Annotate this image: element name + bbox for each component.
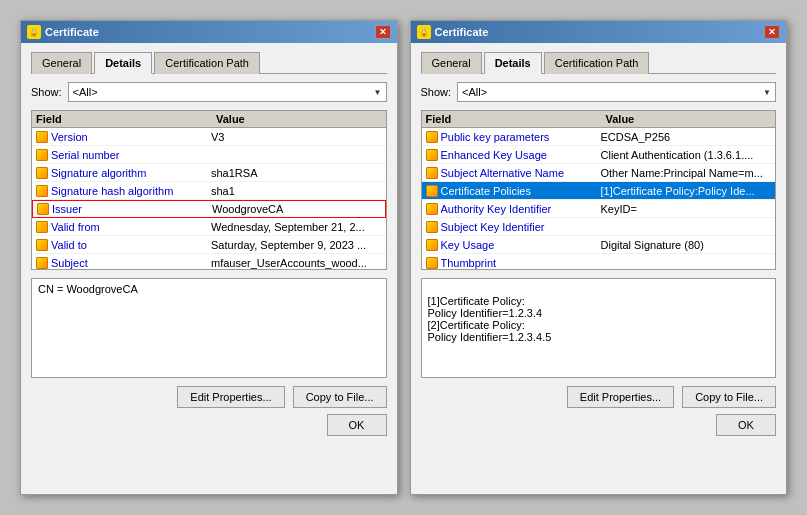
row-field: Issuer xyxy=(52,203,212,215)
row-field: Enhanced Key Usage xyxy=(441,149,601,161)
table-row[interactable]: Signature algorithm sha1RSA xyxy=(32,164,386,182)
show-value-1: <All> xyxy=(73,86,98,98)
cert-row-icon xyxy=(36,149,48,161)
tab-certpath-1[interactable]: Certification Path xyxy=(154,52,260,74)
row-value: WoodgroveCA xyxy=(212,203,381,215)
title-bar-left-1: 🔒 Certificate xyxy=(27,25,99,39)
ok-row-2: OK xyxy=(421,414,777,436)
row-value: sha1RSA xyxy=(211,167,382,179)
dropdown-arrow-2: ▼ xyxy=(763,88,771,97)
table-row[interactable]: Key Usage Digital Signature (80) xyxy=(422,236,776,254)
row-value: mfauser_UserAccounts_wood... xyxy=(211,257,382,269)
tabs-1: General Details Certification Path xyxy=(31,51,387,74)
row-value: V3 xyxy=(211,131,382,143)
row-field: Public key parameters xyxy=(441,131,601,143)
button-row-1: Edit Properties... Copy to File... xyxy=(31,386,387,408)
cert-row-icon xyxy=(426,167,438,179)
cert-row-icon xyxy=(426,221,438,233)
button-row-2: Edit Properties... Copy to File... xyxy=(421,386,777,408)
table-row[interactable]: Subject Alternative Name Other Name:Prin… xyxy=(422,164,776,182)
tab-general-1[interactable]: General xyxy=(31,52,92,74)
ok-button-1[interactable]: OK xyxy=(327,414,387,436)
table-row[interactable]: Valid to Saturday, September 9, 2023 ... xyxy=(32,236,386,254)
cert-row-icon xyxy=(36,257,48,269)
cert-icon-2: 🔒 xyxy=(417,25,431,39)
table-row[interactable]: Subject Key Identifier xyxy=(422,218,776,236)
table-row[interactable]: Enhanced Key Usage Client Authentication… xyxy=(422,146,776,164)
cert-row-icon xyxy=(36,239,48,251)
detail-text-1: CN = WoodgroveCA xyxy=(38,283,138,295)
row-value: [1]Certificate Policy:Policy Ide... xyxy=(601,185,772,197)
row-field: Version xyxy=(51,131,211,143)
row-value: Other Name:Principal Name=m... xyxy=(601,167,772,179)
show-label-2: Show: xyxy=(421,86,452,98)
row-value: Wednesday, September 21, 2... xyxy=(211,221,382,233)
row-field: Thumbprint xyxy=(441,257,601,269)
table-row[interactable]: Signature hash algorithm sha1 xyxy=(32,182,386,200)
row-field: Key Usage xyxy=(441,239,601,251)
row-field: Subject Alternative Name xyxy=(441,167,601,179)
table-row[interactable]: Thumbprint xyxy=(422,254,776,270)
tab-details-1[interactable]: Details xyxy=(94,52,152,74)
cert-row-icon xyxy=(426,239,438,251)
copy-to-file-button-1[interactable]: Copy to File... xyxy=(293,386,387,408)
row-field: Subject Key Identifier xyxy=(441,221,601,233)
certificate-dialog-1: 🔒 Certificate ✕ General Details Certific… xyxy=(20,20,398,495)
tab-general-2[interactable]: General xyxy=(421,52,482,74)
row-field: Certificate Policies xyxy=(441,185,601,197)
dropdown-arrow-1: ▼ xyxy=(374,88,382,97)
dialog-title-1: Certificate xyxy=(45,26,99,38)
col-field-header-2: Field xyxy=(426,113,606,125)
table-header-1: Field Value xyxy=(32,111,386,128)
table-row[interactable]: Serial number xyxy=(32,146,386,164)
tabs-2: General Details Certification Path xyxy=(421,51,777,74)
cert-row-icon xyxy=(37,203,49,215)
row-value: Digital Signature (80) xyxy=(601,239,772,251)
row-field: Subject xyxy=(51,257,211,269)
row-value: Client Authentication (1.3.6.1.... xyxy=(601,149,772,161)
row-value: ECDSA_P256 xyxy=(601,131,772,143)
title-bar-1: 🔒 Certificate ✕ xyxy=(21,21,397,43)
cert-icon-1: 🔒 xyxy=(27,25,41,39)
table-row-selected[interactable]: Issuer WoodgroveCA xyxy=(32,200,386,218)
detail-text-2: [1]Certificate Policy: Policy Identifier… xyxy=(428,295,552,343)
detail-box-2: [1]Certificate Policy: Policy Identifier… xyxy=(421,278,777,378)
cert-row-icon xyxy=(36,185,48,197)
dialog-content-2: General Details Certification Path Show:… xyxy=(411,43,787,494)
table-row[interactable]: Subject mfauser_UserAccounts_wood... xyxy=(32,254,386,270)
close-button-1[interactable]: ✕ xyxy=(375,25,391,39)
cert-row-icon xyxy=(36,131,48,143)
row-field: Serial number xyxy=(51,149,211,161)
certificate-dialog-2: 🔒 Certificate ✕ General Details Certific… xyxy=(410,20,788,495)
field-table-1: Field Value Version V3 Serial number Sig… xyxy=(31,110,387,270)
tab-details-2[interactable]: Details xyxy=(484,52,542,74)
close-button-2[interactable]: ✕ xyxy=(764,25,780,39)
show-value-2: <All> xyxy=(462,86,487,98)
table-row-selected-blue[interactable]: Certificate Policies [1]Certificate Poli… xyxy=(422,182,776,200)
edit-properties-button-1[interactable]: Edit Properties... xyxy=(177,386,284,408)
show-dropdown-1[interactable]: <All> ▼ xyxy=(68,82,387,102)
show-row-1: Show: <All> ▼ xyxy=(31,82,387,102)
copy-to-file-button-2[interactable]: Copy to File... xyxy=(682,386,776,408)
table-header-2: Field Value xyxy=(422,111,776,128)
table-row[interactable]: Authority Key Identifier KeyID= xyxy=(422,200,776,218)
title-bar-2: 🔒 Certificate ✕ xyxy=(411,21,787,43)
ok-row-1: OK xyxy=(31,414,387,436)
table-row[interactable]: Public key parameters ECDSA_P256 xyxy=(422,128,776,146)
row-field: Signature algorithm xyxy=(51,167,211,179)
edit-properties-button-2[interactable]: Edit Properties... xyxy=(567,386,674,408)
cert-row-icon xyxy=(426,257,438,269)
table-row[interactable]: Valid from Wednesday, September 21, 2... xyxy=(32,218,386,236)
col-value-header-2: Value xyxy=(606,113,772,125)
row-value: Saturday, September 9, 2023 ... xyxy=(211,239,382,251)
show-row-2: Show: <All> ▼ xyxy=(421,82,777,102)
row-field: Authority Key Identifier xyxy=(441,203,601,215)
cert-row-icon xyxy=(426,131,438,143)
row-field: Signature hash algorithm xyxy=(51,185,211,197)
ok-button-2[interactable]: OK xyxy=(716,414,776,436)
cert-row-icon xyxy=(426,185,438,197)
table-row[interactable]: Version V3 xyxy=(32,128,386,146)
field-table-2: Field Value Public key parameters ECDSA_… xyxy=(421,110,777,270)
show-dropdown-2[interactable]: <All> ▼ xyxy=(457,82,776,102)
tab-certpath-2[interactable]: Certification Path xyxy=(544,52,650,74)
